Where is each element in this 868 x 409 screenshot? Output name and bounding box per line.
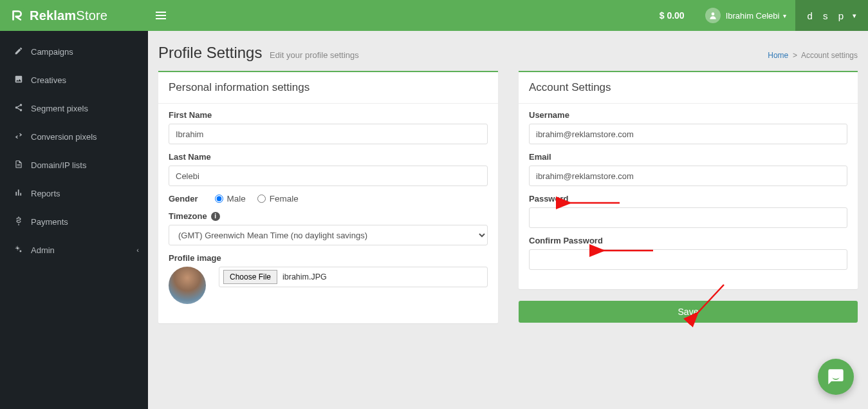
image-icon xyxy=(12,75,26,86)
document-icon xyxy=(12,160,26,171)
svg-point-13 xyxy=(17,247,19,249)
gender-label: Gender xyxy=(169,194,198,204)
sidebar-item-domain-ip-lists[interactable]: Domain/IP lists xyxy=(0,151,148,179)
info-icon[interactable]: i xyxy=(211,212,220,221)
page-title: Profile Settings xyxy=(158,44,262,61)
sidebar-item-conversion-pixels[interactable]: Conversion pixels xyxy=(0,122,148,151)
gender-option-male[interactable]: Male xyxy=(215,194,246,204)
last-name-label: Last Name xyxy=(169,152,488,162)
choose-file-button[interactable]: Choose File xyxy=(223,270,277,284)
user-menu[interactable]: Ibrahim Celebi ▾ xyxy=(696,8,796,23)
sidebar-item-payments[interactable]: Payments xyxy=(0,207,148,236)
email-input[interactable] xyxy=(529,166,847,186)
svg-rect-9 xyxy=(17,165,21,166)
page-subtitle: Edit your profile settings xyxy=(270,50,359,60)
sidebar-item-label: Admin xyxy=(31,245,55,255)
svg-rect-10 xyxy=(15,191,17,195)
svg-point-6 xyxy=(15,106,18,109)
brand-logo-icon xyxy=(9,7,26,24)
chevron-down-icon: ▾ xyxy=(783,12,786,19)
sidebar-item-label: Conversion pixels xyxy=(31,132,97,142)
username-input[interactable] xyxy=(529,124,847,144)
bar-chart-icon xyxy=(12,188,26,199)
hamburger-icon xyxy=(156,12,166,19)
gender-radio-female[interactable] xyxy=(257,195,266,203)
last-name-input[interactable] xyxy=(169,166,488,186)
profile-image-label: Profile image xyxy=(169,253,488,263)
timezone-select[interactable]: (GMT) Greenwich Mean Time (no daylight s… xyxy=(169,225,488,245)
svg-rect-2 xyxy=(156,15,166,16)
sidebar: Campaigns Creatives Segment pixels Conve… xyxy=(0,31,148,409)
sidebar-item-label: Payments xyxy=(31,217,68,227)
sidebar-item-label: Segment pixels xyxy=(31,104,88,113)
sidebar-item-admin[interactable]: Admin ‹ xyxy=(0,236,148,264)
exchange-icon xyxy=(12,131,26,142)
svg-rect-8 xyxy=(17,164,21,165)
svg-point-5 xyxy=(20,104,23,106)
sidebar-item-label: Campaigns xyxy=(31,47,73,57)
sidebar-item-campaigns[interactable]: Campaigns xyxy=(0,37,148,66)
user-name: Ibrahim Celebi xyxy=(726,11,780,21)
chevron-left-icon: ‹ xyxy=(136,246,139,254)
first-name-input[interactable] xyxy=(169,124,488,144)
sidebar-item-reports[interactable]: Reports xyxy=(0,179,148,207)
panel-title: Personal information settings xyxy=(158,72,498,104)
sidebar-item-label: Creatives xyxy=(31,75,66,85)
user-avatar-icon xyxy=(705,8,721,23)
sidebar-item-creatives[interactable]: Creatives xyxy=(0,66,148,94)
top-header: ReklamStore $ 0.00 Ibrahim Celebi ▾ d s … xyxy=(0,0,868,31)
svg-point-14 xyxy=(19,250,21,252)
sidebar-item-segment-pixels[interactable]: Segment pixels xyxy=(0,94,148,122)
first-name-label: First Name xyxy=(169,110,488,120)
timezone-label: Timezone xyxy=(169,211,207,221)
share-icon xyxy=(12,103,26,114)
gender-option-female[interactable]: Female xyxy=(257,194,299,204)
email-label: Email xyxy=(529,152,847,162)
chevron-down-icon: ▾ xyxy=(853,12,856,20)
gender-radio-male[interactable] xyxy=(215,195,223,203)
main-content: Profile Settings Edit your profile setti… xyxy=(148,31,868,409)
breadcrumb-current: Account settings xyxy=(801,51,858,60)
gears-icon xyxy=(12,245,26,256)
username-label: Username xyxy=(529,110,847,120)
panel-account-settings: Account Settings Username Email Password xyxy=(519,71,858,289)
breadcrumb: Home > Account settings xyxy=(768,51,858,60)
sidebar-toggle[interactable] xyxy=(148,0,174,31)
balance-display: $ 0.00 xyxy=(648,10,696,21)
panel-personal-info: Personal information settings First Name… xyxy=(158,71,498,323)
brand-name: ReklamStore xyxy=(30,8,107,23)
brand-logo[interactable]: ReklamStore xyxy=(0,0,148,31)
password-label: Password xyxy=(529,194,847,204)
dollar-icon xyxy=(12,216,26,227)
svg-point-4 xyxy=(711,12,714,15)
breadcrumb-home-link[interactable]: Home xyxy=(768,51,788,60)
save-button[interactable]: Save xyxy=(519,301,858,323)
product-switcher[interactable]: d s p ▾ xyxy=(795,0,868,31)
edit-icon xyxy=(12,46,26,57)
svg-point-7 xyxy=(20,109,23,111)
svg-rect-0 xyxy=(10,8,25,23)
profile-image-input[interactable]: Choose File ibrahim.JPG xyxy=(219,267,488,287)
password-input[interactable] xyxy=(529,207,847,228)
sidebar-item-label: Reports xyxy=(31,189,60,198)
svg-rect-11 xyxy=(18,189,19,195)
panel-title: Account Settings xyxy=(519,72,858,104)
profile-image-filename: ibrahim.JPG xyxy=(282,272,327,281)
svg-rect-12 xyxy=(20,193,21,195)
svg-rect-1 xyxy=(156,12,166,13)
svg-rect-3 xyxy=(156,18,166,19)
confirm-password-label: Confirm Password xyxy=(529,236,847,245)
support-chat-button[interactable] xyxy=(818,359,854,395)
sidebar-item-label: Domain/IP lists xyxy=(31,160,86,170)
profile-image-preview xyxy=(169,267,206,304)
confirm-password-input[interactable] xyxy=(529,249,847,270)
page-header: Profile Settings Edit your profile setti… xyxy=(158,44,858,62)
chat-icon xyxy=(827,368,845,386)
product-switcher-label: d s p xyxy=(807,10,847,21)
